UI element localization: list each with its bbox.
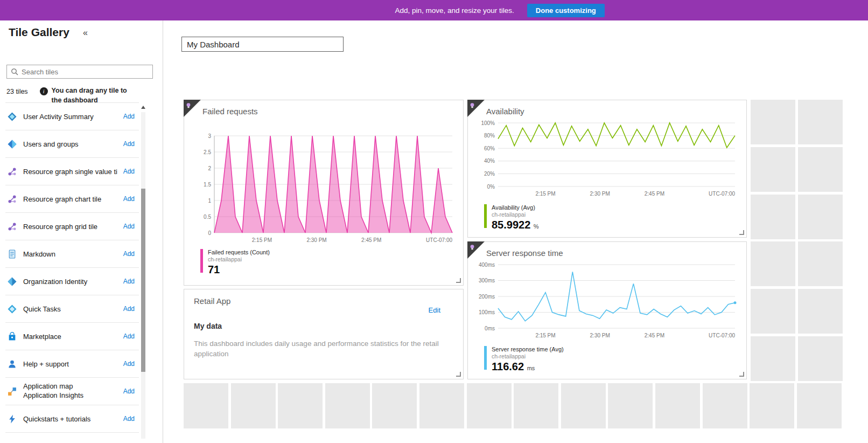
legend-resource: ch-retailappai bbox=[492, 211, 539, 218]
legend-color-bar bbox=[200, 249, 203, 273]
empty-grid-cell bbox=[655, 383, 700, 428]
tile-title: Retail App bbox=[194, 296, 230, 306]
tile-gallery-item-marketplace[interactable]: Marketplace Add bbox=[5, 323, 139, 350]
svg-text:2.5: 2.5 bbox=[204, 149, 211, 155]
resize-handle[interactable] bbox=[739, 372, 744, 377]
tile-gallery-panel: Tile Gallery « 23 tiles i You can drag a… bbox=[0, 20, 163, 443]
tile-gallery-item-quick-tasks[interactable]: Quick Tasks Add bbox=[5, 295, 139, 323]
tile-gallery-item-label: Users and groups bbox=[23, 140, 117, 148]
add-tile-link[interactable]: Add bbox=[123, 250, 137, 258]
failed-requests-chart: 32.521.510.502:15 PM2:30 PM2:45 PMUTC-07… bbox=[190, 130, 459, 247]
tile-gallery-item-application-map[interactable]: Application map Application Insights Add bbox=[5, 378, 139, 405]
add-tile-link[interactable]: Add bbox=[123, 278, 137, 285]
add-tile-link[interactable]: Add bbox=[123, 305, 137, 313]
svg-text:3: 3 bbox=[208, 133, 211, 139]
empty-grid-cell bbox=[751, 100, 795, 144]
resize-handle[interactable] bbox=[456, 372, 461, 377]
add-tile-link[interactable]: Add bbox=[123, 168, 137, 175]
markdown-body: This dashboard includes daily usage and … bbox=[194, 339, 456, 359]
empty-grid-cell bbox=[325, 383, 370, 428]
svg-text:UTC-07:00: UTC-07:00 bbox=[709, 191, 735, 197]
tile-gallery-item-markdown[interactable]: Markdown Add bbox=[5, 240, 139, 268]
edit-link[interactable]: Edit bbox=[429, 306, 440, 314]
add-tile-link[interactable]: Add bbox=[123, 113, 137, 120]
dashboard-title-input[interactable] bbox=[181, 37, 344, 52]
tile-gallery-item-label: Organization Identity bbox=[23, 278, 117, 286]
empty-grid-cell bbox=[231, 383, 276, 428]
svg-text:300ms: 300ms bbox=[479, 278, 495, 283]
customize-banner: Add, pin, move, and resize your tiles. D… bbox=[0, 0, 868, 20]
resource-graph-icon bbox=[8, 167, 17, 176]
scrollbar-up-icon[interactable] bbox=[141, 106, 145, 109]
tile-title: Server response time bbox=[486, 248, 563, 258]
tile-server-response-time[interactable]: Server response time 400ms300ms200ms100m… bbox=[467, 241, 747, 379]
add-tile-link[interactable]: Add bbox=[123, 195, 137, 203]
add-tile-link[interactable]: Add bbox=[123, 360, 137, 368]
tile-gallery-item-users-groups[interactable]: Users and groups Add bbox=[5, 130, 139, 158]
tile-gallery-item-label: Help + support bbox=[23, 360, 117, 368]
add-tile-link[interactable]: Add bbox=[123, 223, 137, 230]
tile-gallery-item-label: Marketplace bbox=[23, 333, 117, 341]
markdown-heading: My data bbox=[194, 322, 222, 330]
svg-text:2:45 PM: 2:45 PM bbox=[645, 333, 664, 338]
banner-message: Add, pin, move, and resize your tiles. bbox=[395, 6, 514, 15]
tile-search-input[interactable] bbox=[22, 68, 149, 76]
tile-gallery-item-quickstarts[interactable]: Quickstarts + tutorials Add bbox=[5, 405, 139, 433]
add-tile-link[interactable]: Add bbox=[123, 415, 137, 423]
svg-text:UTC-07:00: UTC-07:00 bbox=[426, 237, 452, 243]
tile-list: User Activity Summary Add Users and grou… bbox=[5, 102, 139, 443]
svg-text:0%: 0% bbox=[487, 184, 495, 190]
empty-grid-cell bbox=[798, 336, 843, 381]
resize-handle[interactable] bbox=[456, 278, 461, 283]
legend-color-bar bbox=[484, 204, 487, 228]
server-response-chart: 400ms300ms200ms100ms0ms2:15 PM2:30 PM2:4… bbox=[473, 259, 741, 342]
tile-retail-app-markdown[interactable]: Retail App Edit My data This dashboard i… bbox=[184, 289, 464, 379]
markdown-icon bbox=[8, 250, 17, 259]
availability-chart: 100%80%60%40%20%0%2:15 PM2:30 PM2:45 PMU… bbox=[473, 117, 741, 200]
collapse-panel-icon[interactable]: « bbox=[83, 28, 88, 38]
legend-value: 85.9922 % bbox=[492, 219, 539, 231]
tile-gallery-item-rg-single-value[interactable]: Resource graph single value ti... Add bbox=[5, 158, 139, 185]
svg-text:1.5: 1.5 bbox=[204, 182, 211, 188]
tile-gallery-item-help-support[interactable]: Help + support Add bbox=[5, 350, 139, 378]
scrollbar-thumb[interactable] bbox=[141, 189, 145, 372]
empty-grid-cell bbox=[467, 383, 512, 428]
done-customizing-button[interactable]: Done customizing bbox=[527, 4, 605, 17]
marketplace-icon bbox=[8, 332, 17, 341]
svg-text:60%: 60% bbox=[484, 146, 495, 151]
tile-gallery-item-user-activity[interactable]: User Activity Summary Add bbox=[5, 103, 139, 130]
tile-gallery-item-label-line1: Application map bbox=[23, 382, 117, 391]
tile-gallery-item-rg-grid[interactable]: Resource graph grid tile Add bbox=[5, 213, 139, 240]
empty-grid-cell bbox=[561, 383, 606, 428]
info-icon: i bbox=[40, 87, 48, 95]
tile-search-box[interactable] bbox=[6, 65, 153, 79]
chart-legend: Availability (Avg) ch-retailappai 85.992… bbox=[484, 204, 539, 231]
tile-gallery-item-org-identity[interactable]: Organization Identity Add bbox=[5, 268, 139, 295]
tile-gallery-item-rg-chart[interactable]: Resource graph chart tile Add bbox=[5, 185, 139, 213]
chart-legend: Failed requests (Count) ch-retailappai 7… bbox=[200, 249, 270, 276]
svg-text:80%: 80% bbox=[484, 133, 495, 139]
legend-resource: ch-retailappai bbox=[492, 353, 564, 359]
svg-text:2:45 PM: 2:45 PM bbox=[645, 191, 664, 197]
svg-text:100ms: 100ms bbox=[479, 309, 495, 315]
svg-text:2:15 PM: 2:15 PM bbox=[535, 333, 555, 338]
empty-grid-cell bbox=[798, 100, 843, 144]
resize-handle[interactable] bbox=[739, 230, 744, 235]
add-tile-link[interactable]: Add bbox=[123, 140, 137, 148]
tile-failed-requests[interactable]: Failed requests 32.521.510.502:15 PM2:30… bbox=[184, 100, 464, 286]
svg-text:2: 2 bbox=[208, 165, 211, 171]
search-icon bbox=[11, 68, 18, 75]
tile-availability[interactable]: Availability 100%80%60%40%20%0%2:15 PM2:… bbox=[467, 100, 747, 238]
empty-grid-cell bbox=[750, 383, 794, 428]
tile-gallery-item-label: Markdown bbox=[23, 250, 117, 258]
empty-grid-cell bbox=[798, 289, 843, 334]
tile-gallery-item-label: Resource graph single value ti... bbox=[23, 168, 117, 176]
empty-grid-cell bbox=[797, 383, 842, 428]
add-tile-link[interactable]: Add bbox=[123, 387, 137, 395]
empty-grid-cell bbox=[419, 383, 464, 428]
tile-title: Availability bbox=[486, 107, 524, 116]
add-tile-link[interactable]: Add bbox=[123, 333, 137, 340]
tile-list-scrollbar[interactable] bbox=[141, 112, 145, 439]
tile-title: Failed requests bbox=[202, 107, 258, 116]
resource-graph-icon bbox=[8, 195, 17, 204]
